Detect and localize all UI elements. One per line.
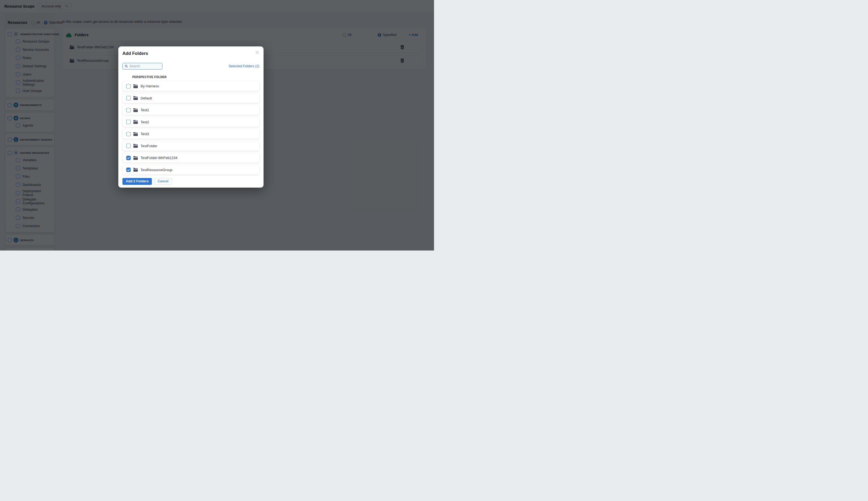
folder-option-row[interactable]: TestFolder-8thFeb1234 [122,153,259,163]
folder-icon [133,96,138,100]
folder-option-label: TestResourceGroup [141,168,172,172]
modal-actions: Add 2 Folders Cancel [122,178,259,185]
folder-icon [133,156,138,160]
search-input[interactable] [129,64,160,68]
folder-option-row[interactable]: Test3 [122,129,259,139]
folder-icon [133,132,138,136]
folder-option-row[interactable]: Test1 [122,105,259,115]
search-box [122,63,163,70]
folder-option-label: Test1 [141,108,149,112]
folder-option-row[interactable]: TestFolder [122,141,259,151]
folder-icon [133,144,138,148]
add-folders-button[interactable]: Add 2 Folders [122,178,152,185]
modal-search-row: Selected Folders (2) [122,63,259,70]
folder-checkbox[interactable] [126,156,131,160]
folder-option-row[interactable]: Default [122,93,259,103]
column-header: PERSPECTIVE FOLDER [132,75,259,78]
folder-option-label: TestFolder-8thFeb1234 [141,156,177,160]
folder-checkbox[interactable] [126,132,131,136]
close-icon [256,51,259,54]
folder-option-label: Default [141,96,152,100]
folder-option-label: Test2 [141,120,149,124]
modal-title: Add Folders [122,51,259,56]
page: Resource Scope Account only Resources Al… [0,0,434,250]
search-icon [125,65,128,68]
folder-checkbox[interactable] [126,96,131,100]
selected-folders-link[interactable]: Selected Folders (2) [228,64,259,68]
folder-option-label: TestFolder [141,144,157,148]
folder-checkbox[interactable] [126,84,131,88]
close-button[interactable] [255,50,259,54]
folder-checkbox[interactable] [126,168,131,172]
folder-option-row[interactable]: TestResourceGroup [122,165,259,175]
folder-checkbox[interactable] [126,143,131,148]
folder-icon [133,108,138,112]
folder-icon [133,84,138,88]
cancel-button[interactable]: Cancel [154,178,172,185]
folder-option-label: Test3 [141,132,149,136]
add-folders-modal: Add Folders Selected Folders (2) PERSPEC… [118,46,263,188]
folder-option-row[interactable]: By Harness [122,81,259,91]
folder-option-label: By Harness [141,84,159,88]
folder-icon [133,120,138,124]
folder-checkbox[interactable] [126,120,131,124]
folder-checkbox[interactable] [126,108,131,112]
folder-icon [133,168,138,172]
folder-option-row[interactable]: Test2 [122,117,259,127]
